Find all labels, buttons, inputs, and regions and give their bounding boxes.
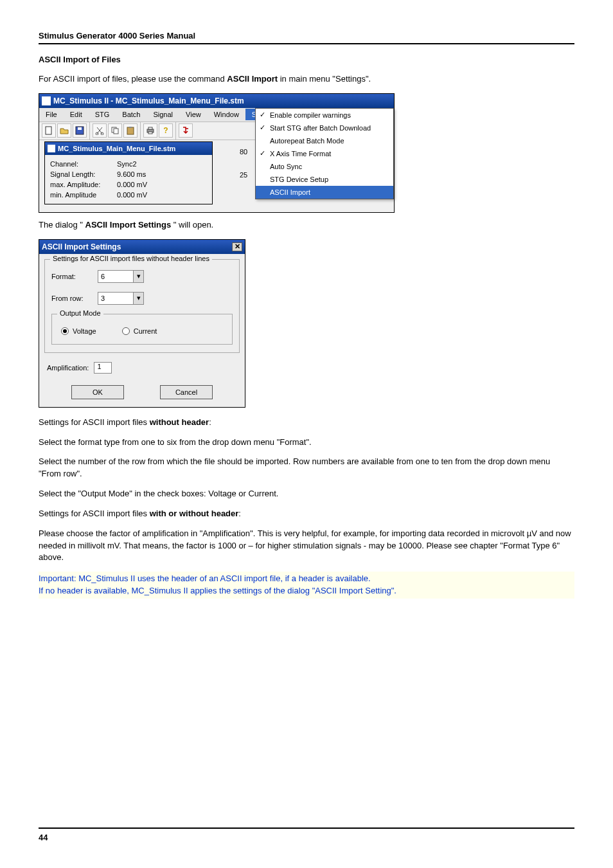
app-title: MC_Stimulus II - MC_Stimulus_Main_Menu_F… bbox=[53, 96, 244, 105]
child-logo-icon bbox=[48, 145, 55, 152]
fieldset-settings: Settings for ASCII import files without … bbox=[44, 259, 240, 353]
svg-rect-0 bbox=[46, 127, 51, 134]
child-channel-value: Sync2 bbox=[117, 159, 137, 169]
intro-text-1: For ASCII import of files, please use th… bbox=[39, 74, 227, 84]
fromrow-value: 3 bbox=[98, 294, 133, 302]
open-icon[interactable] bbox=[57, 123, 71, 138]
child-window: MC_Stimulus_Main_Menu_File.stm Channel:S… bbox=[44, 141, 213, 204]
child-max-amp-value: 0.000 mV bbox=[117, 179, 147, 190]
screenshot-main-app: MC_Stimulus II - MC_Stimulus_Main_Menu_F… bbox=[39, 93, 395, 213]
dialog-body: Settings for ASCII import files without … bbox=[39, 254, 245, 407]
child-min-amp-value: 0.000 mV bbox=[117, 190, 147, 200]
wh-bold: without header bbox=[150, 417, 209, 427]
paste-icon[interactable] bbox=[123, 123, 138, 138]
para-important: Important: MC_Stimulus II uses the heade… bbox=[39, 572, 574, 599]
screenshot-dialog: ASCII Import Settings ✕ Settings for ASC… bbox=[39, 239, 245, 408]
chevron-down-icon: ▾ bbox=[133, 293, 143, 304]
fromrow-label: From row: bbox=[51, 294, 93, 302]
svg-rect-10 bbox=[148, 127, 152, 129]
svg-rect-6 bbox=[114, 129, 118, 134]
amplification-label: Amplification: bbox=[47, 364, 89, 372]
menu-window[interactable]: Window bbox=[208, 109, 245, 120]
radio-voltage-label: Voltage bbox=[73, 327, 96, 335]
format-combo[interactable]: 6 ▾ bbox=[98, 270, 144, 283]
menu-signal[interactable]: Signal bbox=[147, 109, 179, 120]
intro-para: For ASCII import of files, please use th… bbox=[39, 73, 574, 86]
para-without-header: Settings for ASCII import files without … bbox=[39, 417, 574, 429]
para-amplification: Please choose the factor of amplificatio… bbox=[39, 528, 574, 565]
close-icon[interactable]: ✕ bbox=[232, 242, 242, 251]
ok-button[interactable]: OK bbox=[71, 385, 124, 399]
toolbar-group-4 bbox=[176, 122, 195, 140]
dd-auto-sync[interactable]: Auto Sync bbox=[256, 160, 393, 173]
menu-file[interactable]: File bbox=[39, 109, 64, 120]
axis-ticks: 80 25 bbox=[240, 145, 247, 181]
para-output-mode: Select the "Output Mode" in the check bo… bbox=[39, 488, 574, 500]
radio-current[interactable]: Current bbox=[122, 327, 157, 335]
important-line1: Important: MC_Stimulus II uses the heade… bbox=[39, 574, 371, 583]
axis-tick-25: 25 bbox=[240, 168, 247, 181]
child-body: Channel:Sync2 Signal Length:9.600 ms max… bbox=[45, 155, 212, 204]
wow-1: Settings for ASCII import files bbox=[39, 509, 150, 518]
dd-ascii-import[interactable]: ASCII Import bbox=[256, 186, 393, 199]
wh-1: Settings for ASCII import files bbox=[39, 417, 150, 427]
dialog-open-bold: ASCII Import Settings bbox=[85, 220, 172, 230]
svg-rect-8 bbox=[129, 127, 132, 128]
important-line2: If no header is available, MC_Stimulus I… bbox=[39, 586, 396, 595]
new-icon[interactable] bbox=[42, 123, 56, 138]
child-titlebar: MC_Stimulus_Main_Menu_File.stm bbox=[45, 142, 212, 155]
cancel-button[interactable]: Cancel bbox=[160, 385, 213, 399]
intro-bold: ASCII Import bbox=[227, 74, 278, 84]
cut-icon[interactable] bbox=[93, 123, 107, 138]
menu-view[interactable]: View bbox=[179, 109, 208, 120]
fromrow-combo[interactable]: 3 ▾ bbox=[98, 292, 144, 305]
wow-colon: : bbox=[238, 509, 241, 518]
radio-voltage[interactable]: Voltage bbox=[61, 327, 96, 335]
settings-dropdown: Enable compiler warnings Start STG after… bbox=[255, 108, 394, 199]
child-max-amp-label: max. Amplitude: bbox=[50, 179, 112, 190]
fieldset-settings-legend: Settings for ASCII import files without … bbox=[50, 255, 212, 262]
toolbar-group-3: ? bbox=[141, 122, 176, 140]
amplification-input[interactable]: 1 bbox=[94, 362, 112, 374]
child-min-amp-label: min. Amplitude bbox=[50, 190, 112, 200]
app-titlebar: MC_Stimulus II - MC_Stimulus_Main_Menu_F… bbox=[39, 94, 394, 108]
dialog-button-row: OK Cancel bbox=[44, 385, 240, 402]
section-title: ASCII Import of Files bbox=[39, 55, 574, 64]
fromrow-row: From row: 3 ▾ bbox=[51, 292, 233, 305]
svg-rect-11 bbox=[148, 132, 152, 134]
child-title: MC_Stimulus_Main_Menu_File.stm bbox=[58, 145, 175, 152]
dd-stg-device-setup[interactable]: STG Device Setup bbox=[256, 173, 393, 186]
menu-batch[interactable]: Batch bbox=[116, 109, 147, 120]
fieldset-output-mode: Output Mode Voltage Current bbox=[51, 314, 233, 345]
copy-icon[interactable] bbox=[108, 123, 122, 138]
dd-autorepeat-batch-mode[interactable]: Autorepeat Batch Mode bbox=[256, 134, 393, 147]
toolbar-group-2 bbox=[90, 122, 141, 140]
dd-start-stg-after-batch[interactable]: Start STG after Batch Download bbox=[256, 122, 393, 134]
svg-rect-2 bbox=[78, 127, 82, 130]
dd-enable-compiler-warnings[interactable]: Enable compiler warnings bbox=[256, 109, 393, 122]
page-number: 44 bbox=[39, 833, 48, 842]
page-footer: 44 bbox=[39, 827, 574, 842]
svg-rect-7 bbox=[127, 127, 134, 134]
child-signal-length-label: Signal Length: bbox=[50, 169, 112, 179]
output-radio-row: Voltage Current bbox=[58, 325, 226, 336]
format-row: Format: 6 ▾ bbox=[51, 270, 233, 283]
dialog-titlebar: ASCII Import Settings ✕ bbox=[39, 240, 245, 254]
save-icon[interactable] bbox=[73, 123, 87, 138]
dd-x-axis-time-format[interactable]: X Axis Time Format bbox=[256, 147, 393, 160]
intro-text-2: in main menu "Settings". bbox=[280, 74, 371, 84]
print-icon[interactable] bbox=[143, 123, 157, 138]
output-mode-legend: Output Mode bbox=[57, 309, 103, 317]
wh-colon: : bbox=[209, 417, 211, 427]
menu-stg[interactable]: STG bbox=[89, 109, 116, 120]
help-icon[interactable]: ? bbox=[159, 123, 173, 138]
child-channel-label: Channel: bbox=[50, 159, 112, 169]
radio-current-label: Current bbox=[134, 327, 157, 335]
dialog-open-para: The dialog " ASCII Import Settings " wil… bbox=[39, 219, 574, 231]
app-logo-icon bbox=[42, 96, 51, 105]
amplification-row: Amplification: 1 bbox=[47, 362, 240, 374]
radio-voltage-circle-icon bbox=[61, 327, 69, 335]
download-icon[interactable] bbox=[179, 123, 193, 138]
dialog-open-2: " will open. bbox=[173, 220, 213, 230]
menu-edit[interactable]: Edit bbox=[64, 109, 89, 120]
